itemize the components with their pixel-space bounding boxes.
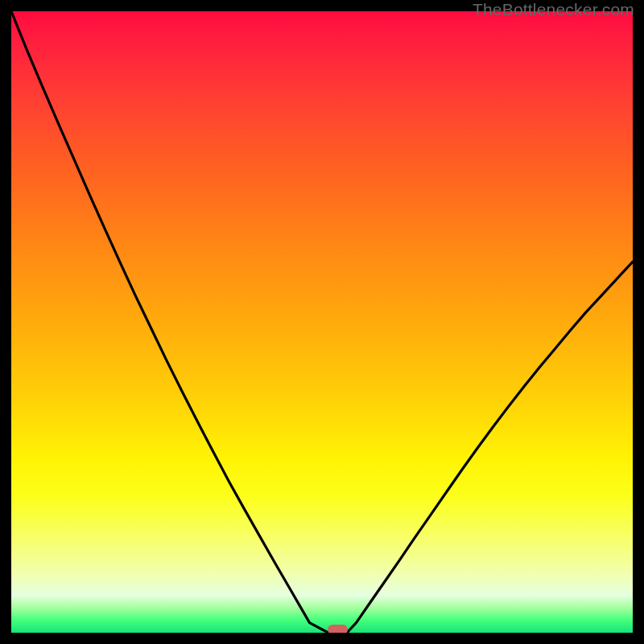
plot-area xyxy=(11,11,633,633)
bottleneck-curve xyxy=(11,11,633,633)
optimal-point-marker xyxy=(328,625,348,633)
watermark-text: TheBottlenecker.com xyxy=(473,0,634,19)
